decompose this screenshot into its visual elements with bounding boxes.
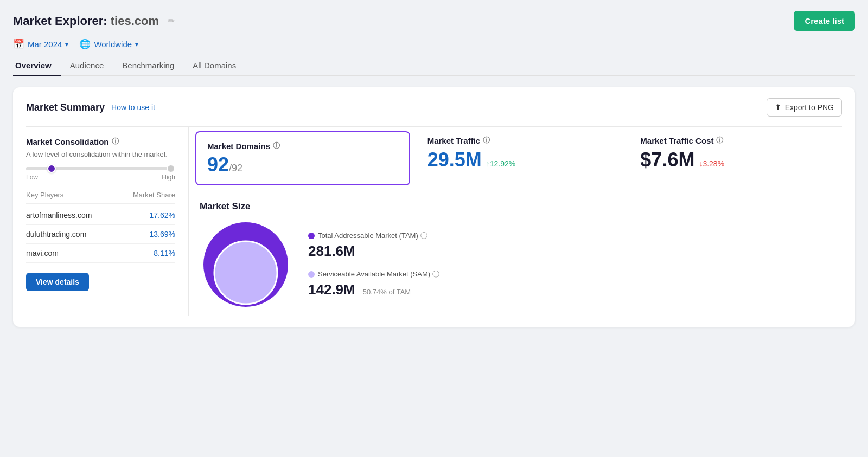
table-row: mavi.com 8.11% xyxy=(26,244,175,263)
kp-domain-1: artofmanliness.com xyxy=(26,211,92,220)
export-label: Export to PNG xyxy=(785,103,834,112)
concentric-chart xyxy=(200,218,292,311)
metric-domains-title: Market Domains xyxy=(207,141,270,151)
sam-info-icon[interactable]: ⓘ xyxy=(432,269,439,279)
traffic-cost-info-icon[interactable]: ⓘ xyxy=(716,136,723,145)
market-size-content: Total Addressable Market (TAM) ⓘ 281.6M … xyxy=(200,218,831,311)
sam-value: 142.9M xyxy=(308,281,355,298)
tam-legend-item: Total Addressable Market (TAM) ⓘ 281.6M xyxy=(308,231,439,260)
market-traffic-cost-label: Market Traffic Cost ⓘ xyxy=(640,136,831,145)
traffic-number: 29.5M xyxy=(427,149,482,171)
key-players-table: Key Players Market Share artofmanliness.… xyxy=(26,191,175,263)
market-size-section: Market Size xyxy=(189,190,842,316)
region-filter-button[interactable]: 🌐 Worldwide ▾ xyxy=(79,38,138,50)
slider-end-dot xyxy=(167,164,175,173)
card-title: Market Summary xyxy=(26,102,105,113)
traffic-cost-trend: ↓3.28% xyxy=(699,159,724,168)
date-chevron-icon: ▾ xyxy=(65,41,68,48)
date-filter-label: Mar 2024 xyxy=(28,40,62,49)
export-icon: ⬆ xyxy=(775,102,782,112)
globe-icon: 🌐 xyxy=(79,38,91,50)
sam-label-text: Serviceable Available Market (SAM) xyxy=(318,270,430,278)
date-filter-button[interactable]: 📅 Mar 2024 ▾ xyxy=(13,38,68,50)
title-prefix: Market Explorer: xyxy=(13,14,107,28)
slider-thumb xyxy=(47,164,56,173)
tam-value: 281.6M xyxy=(308,243,355,259)
market-domains-value: 92/92 xyxy=(207,154,398,176)
metric-traffic-title: Market Traffic xyxy=(427,136,481,145)
tam-legend-label: Total Addressable Market (TAM) ⓘ xyxy=(308,231,439,241)
kp-share-2: 13.69% xyxy=(150,230,175,239)
kp-col1-header: Key Players xyxy=(26,191,63,199)
kp-col2-header: Market Share xyxy=(133,191,175,199)
tab-all-domains[interactable]: All Domains xyxy=(190,55,246,76)
consolidation-description: A low level of consolidation within the … xyxy=(26,150,175,159)
tam-dot xyxy=(308,233,315,239)
sam-sub: 50.74% of TAM xyxy=(363,288,411,296)
header-row: Market Explorer: ties.com ✏ Create list xyxy=(13,11,855,31)
market-traffic-cost-box: Market Traffic Cost ⓘ $7.6M ↓3.28% xyxy=(629,127,842,190)
tabs-row: Overview Audience Benchmarking All Domai… xyxy=(13,55,855,76)
create-list-button[interactable]: Create list xyxy=(794,11,855,31)
traffic-trend: ↑12.92% xyxy=(486,159,515,168)
page-title: Market Explorer: ties.com xyxy=(13,14,159,28)
slider-labels: Low High xyxy=(26,173,175,181)
market-size-svg xyxy=(200,218,292,311)
market-summary-card: Market Summary How to use it ⬆ Export to… xyxy=(13,87,855,327)
slider-high-label: High xyxy=(162,173,175,181)
consolidation-title: Market Consolidation xyxy=(26,137,109,146)
kp-domain-2: duluthtrading.com xyxy=(26,230,86,239)
kp-share-3: 8.11% xyxy=(154,249,175,258)
edit-icon[interactable]: ✏ xyxy=(168,16,175,26)
tab-benchmarking[interactable]: Benchmarking xyxy=(120,55,184,76)
card-header: Market Summary How to use it ⬆ Export to… xyxy=(26,98,842,117)
filters-row: 📅 Mar 2024 ▾ 🌐 Worldwide ▾ xyxy=(13,38,855,50)
region-filter-label: Worldwide xyxy=(94,40,132,49)
sam-dot xyxy=(308,271,315,278)
how-to-use-link[interactable]: How to use it xyxy=(111,103,155,112)
domains-sub: /92 xyxy=(229,163,242,173)
kp-table-header: Key Players Market Share xyxy=(26,191,175,204)
export-button[interactable]: ⬆ Export to PNG xyxy=(767,98,842,117)
sam-legend-label: Serviceable Available Market (SAM) ⓘ xyxy=(308,269,439,279)
sam-legend-item: Serviceable Available Market (SAM) ⓘ 142… xyxy=(308,269,439,298)
market-traffic-box: Market Traffic ⓘ 29.5M ↑12.92% xyxy=(417,127,630,190)
consolidation-info-icon[interactable]: ⓘ xyxy=(112,137,119,146)
tab-overview[interactable]: Overview xyxy=(13,55,61,76)
metric-traffic-cost-title: Market Traffic Cost xyxy=(640,136,713,145)
tam-info-icon[interactable]: ⓘ xyxy=(420,231,427,241)
top-metrics: Market Domains ⓘ 92/92 Market Traffic ⓘ … xyxy=(189,127,842,190)
view-details-button[interactable]: View details xyxy=(26,273,89,291)
market-size-title: Market Size xyxy=(200,201,831,212)
kp-share-1: 17.62% xyxy=(150,211,175,220)
slider-low-label: Low xyxy=(26,173,38,181)
region-chevron-icon: ▾ xyxy=(135,41,138,48)
right-section: Market Domains ⓘ 92/92 Market Traffic ⓘ … xyxy=(189,127,842,316)
consolidation-slider[interactable] xyxy=(26,167,175,170)
calendar-icon: 📅 xyxy=(13,38,24,50)
market-domains-label: Market Domains ⓘ xyxy=(207,141,398,151)
market-size-legend: Total Addressable Market (TAM) ⓘ 281.6M … xyxy=(308,231,439,298)
market-traffic-cost-value: $7.6M ↓3.28% xyxy=(640,149,831,171)
domains-number: 92 xyxy=(207,153,229,176)
market-traffic-value: 29.5M ↑12.92% xyxy=(427,149,618,171)
traffic-info-icon[interactable]: ⓘ xyxy=(483,136,490,145)
table-row: duluthtrading.com 13.69% xyxy=(26,225,175,244)
table-row: artofmanliness.com 17.62% xyxy=(26,206,175,225)
consolidation-section: Market Consolidation ⓘ A low level of co… xyxy=(26,127,189,316)
domains-info-icon[interactable]: ⓘ xyxy=(273,141,280,151)
domain-name: ties.com xyxy=(111,14,159,28)
traffic-cost-number: $7.6M xyxy=(640,149,694,171)
consolidation-label: Market Consolidation ⓘ xyxy=(26,137,175,146)
market-domains-box: Market Domains ⓘ 92/92 xyxy=(195,131,410,185)
tab-audience[interactable]: Audience xyxy=(68,55,114,76)
market-traffic-label: Market Traffic ⓘ xyxy=(427,136,618,145)
kp-domain-3: mavi.com xyxy=(26,249,59,258)
metrics-row: Market Consolidation ⓘ A low level of co… xyxy=(26,126,842,316)
tam-label-text: Total Addressable Market (TAM) xyxy=(318,231,418,240)
